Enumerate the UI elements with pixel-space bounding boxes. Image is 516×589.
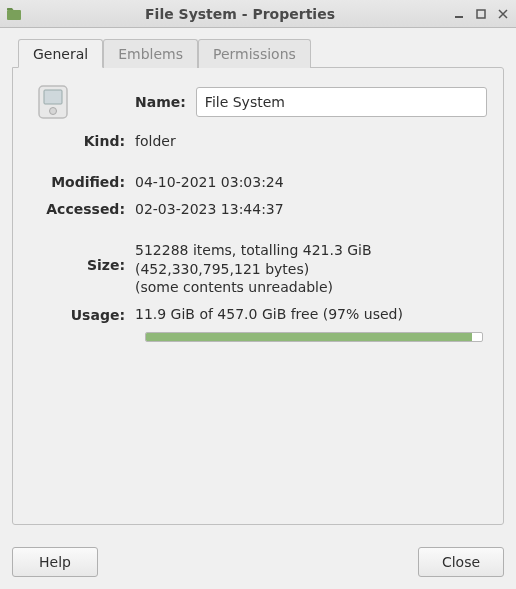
window-title: File System - Properties: [28, 6, 452, 22]
usage-row: Usage: 11.9 GiB of 457.0 GiB free (97% u…: [29, 305, 487, 324]
maximize-button[interactable]: [474, 7, 488, 21]
size-note: (some contents unreadable): [135, 278, 487, 297]
window-controls: [452, 7, 510, 21]
tab-general[interactable]: General: [18, 39, 103, 68]
close-button[interactable]: Close: [418, 547, 504, 577]
svg-point-5: [50, 108, 57, 115]
usage-progress-fill: [146, 333, 472, 341]
item-icon-cell: [29, 82, 135, 122]
accessed-label: Accessed:: [29, 201, 135, 217]
svg-rect-1: [455, 16, 463, 18]
usage-label: Usage:: [29, 307, 135, 323]
tab-emblems[interactable]: Emblems: [103, 39, 198, 68]
size-items: 512288 items, totalling 421.3 GiB: [135, 241, 487, 260]
properties-window: File System - Properties General Emblems…: [0, 0, 516, 589]
tab-bar: General Emblems Permissions: [12, 38, 504, 67]
titlebar: File System - Properties: [0, 0, 516, 28]
tab-permissions[interactable]: Permissions: [198, 39, 311, 68]
usage-value: 11.9 GiB of 457.0 GiB free (97% used): [135, 305, 487, 324]
help-button[interactable]: Help: [12, 547, 98, 577]
accessed-row: Accessed: 02-03-2023 13:44:37: [29, 200, 487, 219]
tab-panel-general: Name: Kind: folder Modified: 04-10-2021 …: [12, 67, 504, 525]
name-row: Name:: [29, 82, 487, 122]
size-label: Size:: [29, 241, 135, 273]
modified-row: Modified: 04-10-2021 03:03:24: [29, 173, 487, 192]
name-label: Name:: [135, 94, 196, 110]
drive-icon: [33, 82, 73, 122]
modified-label: Modified:: [29, 174, 135, 190]
usage-progress: [145, 332, 483, 342]
close-window-button[interactable]: [496, 7, 510, 21]
content-area: General Emblems Permissions: [0, 28, 516, 537]
name-input[interactable]: [196, 87, 487, 117]
kind-label: Kind:: [29, 133, 135, 149]
kind-value: folder: [135, 132, 487, 151]
svg-rect-0: [7, 10, 21, 20]
modified-value: 04-10-2021 03:03:24: [135, 173, 487, 192]
svg-rect-4: [44, 90, 62, 104]
svg-rect-2: [477, 10, 485, 18]
accessed-value: 02-03-2023 13:44:37: [135, 200, 487, 219]
kind-row: Kind: folder: [29, 132, 487, 151]
size-row: Size: 512288 items, totalling 421.3 GiB …: [29, 241, 487, 298]
minimize-button[interactable]: [452, 7, 466, 21]
size-value: 512288 items, totalling 421.3 GiB (452,3…: [135, 241, 487, 298]
folder-icon: [6, 6, 22, 22]
size-bytes: (452,330,795,121 bytes): [135, 260, 487, 279]
usage-progress-container: [145, 332, 483, 342]
button-bar: Help Close: [0, 537, 516, 589]
